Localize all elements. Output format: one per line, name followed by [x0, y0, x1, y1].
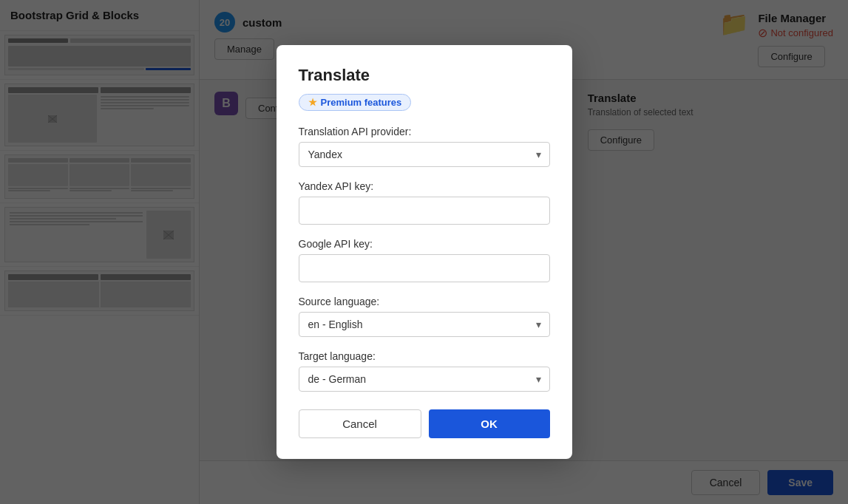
modal-ok-button[interactable]: OK — [429, 409, 550, 438]
source-language-group: Source language: en - English fr - Frenc… — [299, 296, 550, 337]
target-language-label: Target language: — [299, 350, 550, 362]
modal-footer: Cancel OK — [299, 409, 550, 438]
target-language-select[interactable]: de - German fr - French es - Spanish en … — [299, 367, 550, 392]
premium-label: Premium features — [321, 97, 402, 108]
translate-modal: Translate ★ Premium features Translation… — [277, 45, 572, 459]
yandex-key-group: Yandex API key: — [299, 180, 550, 225]
google-key-group: Google API key: — [299, 238, 550, 282]
source-language-label: Source language: — [299, 296, 550, 307]
api-provider-label: Translation API provider: — [299, 126, 550, 137]
api-provider-select-wrapper: Yandex Google — [299, 142, 550, 167]
google-key-input[interactable] — [299, 254, 550, 282]
yandex-key-input[interactable] — [299, 197, 550, 225]
api-provider-select[interactable]: Yandex Google — [299, 142, 550, 167]
target-language-group: Target language: de - German fr - French… — [299, 350, 550, 392]
modal-title: Translate — [299, 66, 550, 85]
api-provider-group: Translation API provider: Yandex Google — [299, 126, 550, 167]
source-language-select[interactable]: en - English fr - French de - German es … — [299, 312, 550, 337]
target-language-select-wrapper: de - German fr - French es - Spanish en … — [299, 367, 550, 392]
modal-overlay: Translate ★ Premium features Translation… — [0, 0, 848, 504]
source-language-select-wrapper: en - English fr - French de - German es … — [299, 312, 550, 337]
modal-cancel-button[interactable]: Cancel — [299, 409, 421, 438]
google-key-label: Google API key: — [299, 238, 550, 250]
star-icon: ★ — [308, 97, 317, 108]
premium-badge: ★ Premium features — [299, 94, 412, 111]
yandex-key-label: Yandex API key: — [299, 180, 550, 192]
